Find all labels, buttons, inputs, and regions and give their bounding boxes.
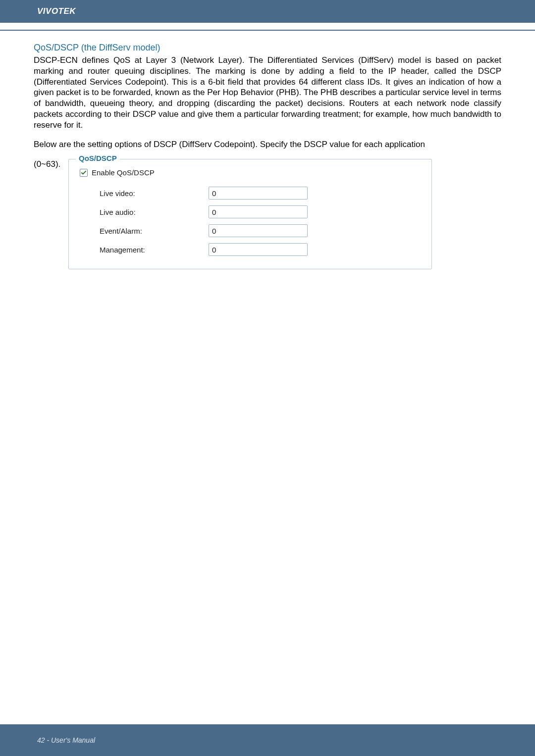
live-audio-label: Live audio: — [100, 208, 209, 216]
enable-qos-row[interactable]: Enable QoS/DSCP — [80, 168, 421, 177]
management-label: Management: — [100, 246, 209, 254]
paragraph-2: Below are the setting options of DSCP (D… — [34, 139, 501, 150]
section-title: QoS/DSCP (the DiffServ model) — [34, 43, 501, 53]
page-footer: 42 - User's Manual — [0, 724, 535, 756]
range-suffix-label: (0~63). — [34, 159, 68, 170]
live-audio-row: Live audio: — [80, 202, 421, 221]
event-alarm-row: Event/Alarm: — [80, 221, 421, 240]
content-area: QoS/DSCP (the DiffServ model) DSCP-ECN d… — [0, 31, 535, 269]
check-icon — [81, 170, 86, 175]
live-video-row: Live video: — [80, 184, 421, 202]
brand-label: VIVOTEK — [37, 6, 76, 16]
live-audio-input[interactable] — [209, 205, 308, 218]
page: VIVOTEK QoS/DSCP (the DiffServ model) DS… — [0, 0, 535, 756]
paragraph-1: DSCP-ECN defines QoS at Layer 3 (Network… — [34, 55, 501, 130]
fieldset-legend: QoS/DSCP — [76, 154, 120, 162]
event-alarm-label: Event/Alarm: — [100, 227, 209, 235]
enable-qos-label: Enable QoS/DSCP — [92, 168, 155, 177]
live-video-label: Live video: — [100, 189, 209, 198]
footer-text: 42 - User's Manual — [37, 736, 95, 744]
management-input[interactable] — [209, 243, 308, 256]
range-and-panel-row: (0~63). QoS/DSCP Enable QoS/DSCP Live vi… — [34, 159, 501, 269]
panel-wrap: QoS/DSCP Enable QoS/DSCP Live video: — [68, 159, 501, 269]
page-header: VIVOTEK — [0, 0, 535, 23]
event-alarm-input[interactable] — [209, 224, 308, 237]
enable-qos-checkbox[interactable] — [80, 169, 88, 177]
live-video-input[interactable] — [209, 187, 308, 200]
qos-dscp-fieldset: QoS/DSCP Enable QoS/DSCP Live video: — [68, 159, 432, 269]
management-row: Management: — [80, 240, 421, 259]
